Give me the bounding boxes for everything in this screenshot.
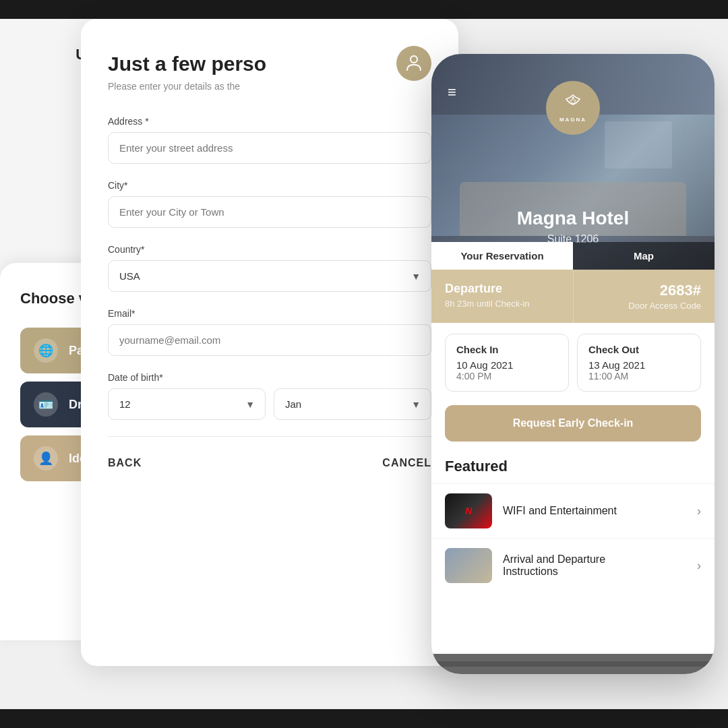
tab-reservation[interactable]: Your Reservation bbox=[431, 242, 573, 270]
passport-icon: 🌐 bbox=[34, 338, 58, 363]
city-label: City* bbox=[108, 180, 431, 191]
checkout-label: Check Out bbox=[588, 344, 690, 355]
email-label: Email* bbox=[108, 308, 431, 319]
hotel-tabs: Your Reservation Map bbox=[431, 242, 715, 270]
netflix-logo: N bbox=[465, 506, 472, 516]
hotel-name: Magna Hotel bbox=[431, 208, 715, 229]
country-label: Country* bbox=[108, 244, 431, 255]
checkin-time: 4:00 PM bbox=[456, 371, 557, 382]
menu-icon[interactable]: ≡ bbox=[448, 84, 456, 101]
checkout-date: 13 Aug 2021 bbox=[588, 359, 690, 371]
dob-month-select[interactable]: JanFebMar AprMayJun bbox=[274, 388, 431, 420]
wifi-chevron-icon: › bbox=[697, 504, 701, 518]
svg-point-6 bbox=[572, 96, 574, 98]
address-label: Address * bbox=[108, 116, 431, 127]
top-status-bar bbox=[0, 0, 728, 19]
dob-label: Date of birth* bbox=[108, 372, 431, 383]
city-input[interactable] bbox=[108, 196, 431, 228]
featured-title: Featured bbox=[431, 452, 715, 483]
svg-point-5 bbox=[411, 56, 417, 63]
early-checkin-button[interactable]: Request Early Check-in bbox=[445, 405, 701, 442]
arrival-thumbnail bbox=[445, 548, 492, 583]
hotel-header-image: ≡ MAGNA Magna Hotel Suite 1206 Your Rese… bbox=[431, 54, 715, 270]
drivers-license-icon: 🪪 bbox=[34, 392, 58, 417]
form-actions: BACK CANCEL bbox=[108, 457, 431, 469]
arrival-chevron-icon: › bbox=[697, 559, 701, 573]
personal-details-form: Just a few perso Please enter your detai… bbox=[81, 19, 458, 666]
country-select-wrapper: USA UK Canada ▼ bbox=[108, 260, 431, 292]
arrival-label: Arrival and DepartureInstructions bbox=[503, 553, 697, 578]
address-input[interactable] bbox=[108, 132, 431, 164]
hotel-info-row: Departure 8h 23m until Check-in 2683# Do… bbox=[431, 270, 715, 323]
door-code-cell: 2683# Door Access Code bbox=[574, 270, 715, 323]
door-access-code: 2683# bbox=[587, 282, 702, 299]
dob-day-select[interactable]: 12 123 bbox=[108, 388, 266, 420]
checkin-label: Check In bbox=[456, 344, 557, 355]
cancel-button[interactable]: CANCEL bbox=[382, 457, 431, 469]
checkin-box: Check In 10 Aug 2021 4:00 PM bbox=[445, 334, 569, 392]
hotel-logo: MAGNA bbox=[546, 81, 600, 135]
checkout-box: Check Out 13 Aug 2021 11:00 AM bbox=[577, 334, 701, 392]
tab-map[interactable]: Map bbox=[573, 242, 715, 270]
wifi-label: WIFI and Entertainment bbox=[503, 505, 697, 517]
form-divider bbox=[108, 436, 431, 437]
departure-label: Departure bbox=[445, 282, 559, 296]
departure-cell: Departure 8h 23m until Check-in bbox=[431, 270, 574, 323]
departure-sublabel: 8h 23m until Check-in bbox=[445, 299, 559, 309]
identity-card-icon: 👤 bbox=[34, 446, 58, 471]
wifi-thumbnail: N bbox=[445, 493, 492, 528]
featured-item-wifi[interactable]: N WIFI and Entertainment › bbox=[431, 483, 715, 538]
form-title: Just a few perso bbox=[108, 53, 431, 75]
dob-row: 12 123 ▼ JanFebMar AprMayJun ▼ bbox=[108, 388, 431, 420]
dob-month-wrapper: JanFebMar AprMayJun ▼ bbox=[274, 388, 431, 420]
checkout-time: 11:00 AM bbox=[588, 371, 690, 382]
form-subtitle: Please enter your details as the bbox=[108, 81, 431, 92]
country-select[interactable]: USA UK Canada bbox=[108, 260, 431, 292]
hotel-logo-text: MAGNA bbox=[559, 117, 586, 123]
checkin-row: Check In 10 Aug 2021 4:00 PM Check Out 1… bbox=[431, 323, 715, 402]
hotel-app-card: ≡ MAGNA Magna Hotel Suite 1206 Your Rese… bbox=[431, 54, 715, 674]
bottom-bar bbox=[0, 709, 728, 728]
featured-item-arrival[interactable]: Arrival and DepartureInstructions › bbox=[431, 538, 715, 593]
door-code-label: Door Access Code bbox=[587, 301, 702, 311]
email-input[interactable] bbox=[108, 324, 431, 356]
back-button[interactable]: BACK bbox=[108, 457, 142, 469]
form-logo-icon bbox=[396, 46, 431, 81]
checkin-date: 10 Aug 2021 bbox=[456, 359, 557, 371]
window-decoration bbox=[605, 121, 672, 169]
dob-day-wrapper: 12 123 ▼ bbox=[108, 388, 266, 420]
